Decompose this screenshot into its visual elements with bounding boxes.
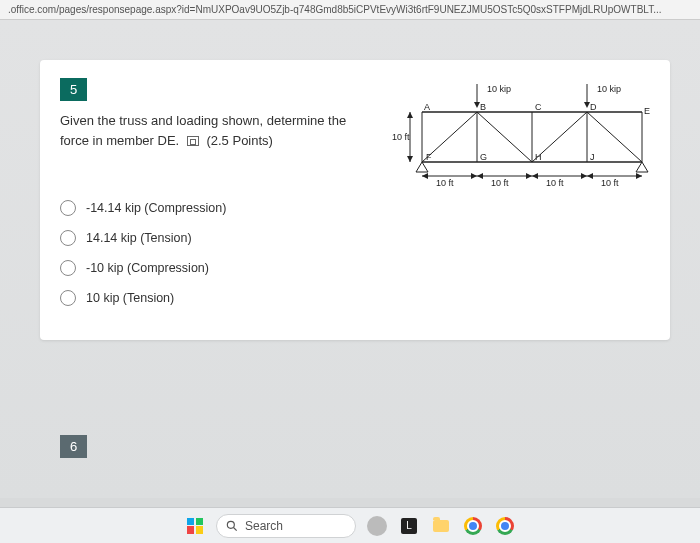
answer-options: -14.14 kip (Compression) 14.14 kip (Tens…	[60, 200, 650, 306]
svg-text:B: B	[480, 102, 486, 112]
truss-diagram: 10 kip 10 kip	[392, 78, 652, 198]
url-text: .office.com/pages/responsepage.aspx?id=N…	[8, 4, 661, 15]
option-1-label: -14.14 kip (Compression)	[86, 201, 226, 215]
svg-marker-43	[587, 173, 593, 179]
search-placeholder: Search	[245, 519, 283, 533]
svg-line-47	[234, 527, 237, 530]
search-icon	[225, 519, 239, 533]
option-2-label: 14.14 kip (Tension)	[86, 231, 192, 245]
svg-text:E: E	[644, 106, 650, 116]
option-1[interactable]: -14.14 kip (Compression)	[60, 200, 650, 216]
option-4-label: 10 kip (Tension)	[86, 291, 174, 305]
svg-marker-40	[581, 173, 587, 179]
svg-text:10 ft: 10 ft	[491, 178, 509, 188]
svg-marker-28	[407, 156, 413, 162]
taskbar: Search L	[0, 507, 700, 543]
taskbar-browser-2[interactable]	[494, 515, 516, 537]
svg-text:A: A	[424, 102, 430, 112]
svg-text:G: G	[480, 152, 487, 162]
radio-icon	[60, 260, 76, 276]
svg-text:D: D	[590, 102, 597, 112]
question-text: Given the truss and loading shown, deter…	[60, 111, 370, 150]
svg-marker-44	[636, 173, 642, 179]
radio-icon	[60, 200, 76, 216]
svg-marker-27	[407, 112, 413, 118]
svg-marker-36	[526, 173, 532, 179]
svg-marker-16	[636, 162, 648, 172]
taskbar-file-explorer[interactable]	[430, 515, 452, 537]
question-points: (2.5 Points)	[206, 133, 272, 148]
load-left-label: 10 kip	[487, 84, 511, 94]
option-3[interactable]: -10 kip (Compression)	[60, 260, 650, 276]
svg-point-46	[227, 521, 234, 528]
svg-text:J: J	[590, 152, 595, 162]
option-2[interactable]: 14.14 kip (Tension)	[60, 230, 650, 246]
radio-icon	[60, 290, 76, 306]
svg-text:C: C	[535, 102, 542, 112]
image-attachment-icon[interactable]	[187, 136, 199, 146]
question-card: 5 Given the truss and loading shown, det…	[40, 60, 670, 340]
svg-text:10 ft: 10 ft	[436, 178, 454, 188]
svg-text:F: F	[426, 152, 432, 162]
avatar-icon	[367, 516, 387, 536]
svg-marker-15	[416, 162, 428, 172]
chrome-icon	[464, 517, 482, 535]
svg-text:10 ft: 10 ft	[546, 178, 564, 188]
question-line2: force in member DE.	[60, 133, 179, 148]
svg-text:10 ft: 10 ft	[392, 132, 410, 142]
svg-marker-35	[477, 173, 483, 179]
l-icon: L	[401, 518, 417, 534]
svg-marker-31	[422, 173, 428, 179]
page-content: 5 Given the truss and loading shown, det…	[0, 20, 700, 498]
start-button[interactable]	[184, 515, 206, 537]
option-4[interactable]: 10 kip (Tension)	[60, 290, 650, 306]
address-bar[interactable]: .office.com/pages/responsepage.aspx?id=N…	[0, 0, 700, 20]
next-question-badge: 6	[60, 435, 87, 458]
taskbar-chrome[interactable]	[462, 515, 484, 537]
load-right-label: 10 kip	[597, 84, 621, 94]
option-3-label: -10 kip (Compression)	[86, 261, 209, 275]
svg-marker-39	[532, 173, 538, 179]
browser-icon	[496, 517, 514, 535]
taskbar-app-l[interactable]: L	[398, 515, 420, 537]
svg-line-14	[587, 112, 642, 162]
taskbar-search[interactable]: Search	[216, 514, 356, 538]
question-line1: Given the truss and loading shown, deter…	[60, 113, 346, 128]
svg-marker-32	[471, 173, 477, 179]
question-number-badge: 5	[60, 78, 87, 101]
svg-text:10 ft: 10 ft	[601, 178, 619, 188]
taskbar-app-avatar[interactable]	[366, 515, 388, 537]
folder-icon	[433, 520, 449, 532]
svg-text:H: H	[535, 152, 542, 162]
windows-icon	[187, 518, 203, 534]
radio-icon	[60, 230, 76, 246]
